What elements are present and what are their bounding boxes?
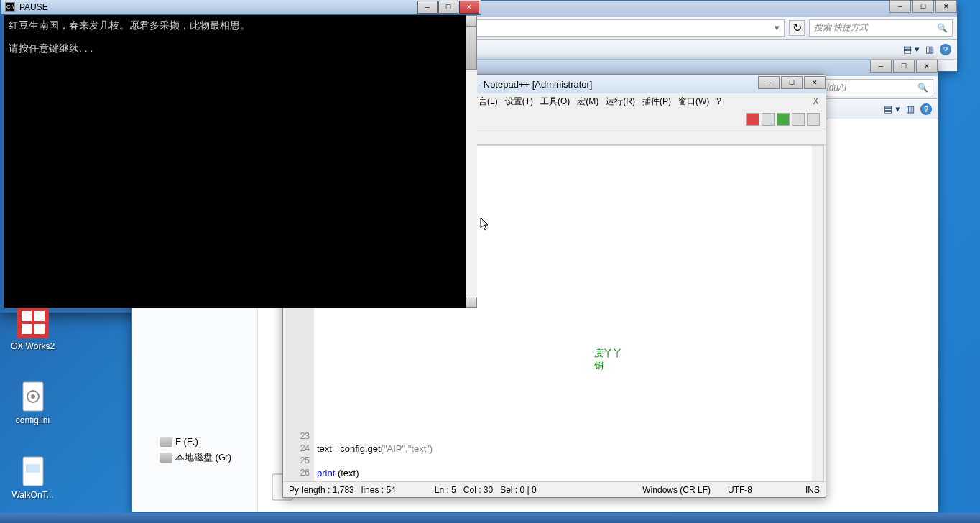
console-window: C:\ PAUSE ─ ☐ ✕ 红豆生南国，春来发几枝。愿君多采撷，此物最相思。… (0, 0, 481, 313)
menu-macro[interactable]: 宏(M) (574, 94, 601, 109)
desktop-icon-walkon[interactable]: WalkOnT... (6, 454, 60, 500)
desktop-icon-gxworks[interactable]: GX Works2 (6, 305, 60, 351)
editor-scrollbar[interactable] (812, 146, 823, 481)
maximize-button[interactable]: ☐ (438, 1, 458, 14)
console-titlebar[interactable]: C:\ PAUSE ─ ☐ ✕ (0, 0, 481, 15)
stop-macro-icon[interactable] (762, 113, 775, 126)
search-placeholder: iduAI (827, 83, 846, 93)
record-macro-icon[interactable] (746, 113, 759, 126)
close-doc-button[interactable]: X (810, 95, 821, 108)
preview-pane-button[interactable]: ▥ (925, 44, 934, 55)
gxworks-icon (16, 305, 50, 340)
view-menu[interactable]: ▤ ▾ (884, 103, 900, 114)
search-input[interactable]: 搜索 快捷方式 🔍 (809, 19, 953, 37)
minimize-button[interactable]: ─ (870, 60, 892, 73)
taskbar[interactable] (0, 513, 980, 523)
cmd-icon: C:\ (5, 2, 15, 12)
status-lines: lines : 54 (361, 485, 396, 495)
search-icon: 🔍 (917, 83, 928, 93)
status-lang: Py (289, 485, 299, 495)
menu-tools[interactable]: 工具(O) (537, 94, 573, 109)
minimize-button[interactable]: ─ (417, 1, 438, 14)
menu-settings[interactable]: 设置(T) (502, 94, 536, 109)
scroll-thumb[interactable] (466, 27, 477, 70)
refresh-button[interactable]: ↻ (789, 20, 805, 36)
svg-rect-12 (34, 311, 45, 321)
svg-rect-11 (22, 311, 32, 321)
minimize-button[interactable]: ─ (889, 0, 911, 13)
toolbar-icon[interactable] (792, 113, 805, 126)
minimize-button[interactable]: ─ (758, 76, 780, 89)
close-button[interactable]: ✕ (935, 0, 957, 13)
status-length: length : 1,783 (302, 485, 354, 495)
py-file-icon (16, 454, 50, 489)
scroll-down-button[interactable] (466, 297, 477, 308)
status-sel: Sel : 0 | 0 (500, 485, 536, 495)
maximize-button[interactable]: ☐ (781, 76, 803, 89)
sidebar-item-drive-g[interactable]: 本地磁盘 (G:) (147, 449, 257, 466)
status-ins: INS (805, 485, 820, 495)
console-line: 请按任意键继续. . . (9, 41, 473, 55)
svg-rect-13 (22, 324, 32, 334)
ini-icon (16, 379, 50, 414)
help-icon[interactable]: ? (920, 103, 932, 115)
maximize-button[interactable]: ☐ (912, 0, 934, 13)
status-eol: Windows (CR LF) (642, 485, 711, 495)
search-input[interactable]: iduAI 🔍 (822, 79, 933, 96)
menu-run[interactable]: 运行(R) (603, 94, 638, 109)
status-encoding: UTF-8 (728, 485, 752, 495)
icon-label: GX Works2 (6, 341, 60, 351)
drive-icon (160, 437, 172, 447)
console-body[interactable]: 红豆生南国，春来发几枝。愿君多采撷，此物最相思。 请按任意键继续. . . (4, 15, 477, 308)
chevron-down-icon[interactable]: ▾ (775, 22, 780, 33)
status-ln: Ln : 5 (435, 485, 456, 495)
icon-label: config.ini (6, 415, 60, 425)
maximize-button[interactable]: ☐ (893, 60, 915, 73)
sidebar-item-drive-f[interactable]: F (F:) (147, 434, 257, 449)
view-menu[interactable]: ▤ ▾ (903, 44, 920, 55)
svg-point-17 (31, 394, 35, 399)
toolbar-icon[interactable] (807, 113, 820, 126)
icon-label: WalkOnT... (6, 490, 60, 500)
console-title: PAUSE (19, 2, 48, 12)
menu-help[interactable]: ? (713, 95, 724, 108)
status-col: Col : 30 (463, 485, 493, 495)
console-scrollbar[interactable] (466, 15, 477, 308)
svg-rect-19 (26, 464, 40, 473)
close-button[interactable]: ✕ (916, 60, 938, 73)
play-macro-icon[interactable] (777, 113, 790, 126)
drive-icon (160, 453, 172, 463)
console-line: 红豆生南国，春来发几枝。愿君多采撷，此物最相思。 (9, 18, 473, 32)
svg-rect-14 (34, 324, 45, 334)
scroll-up-button[interactable] (466, 15, 477, 27)
menu-plugins[interactable]: 插件(P) (639, 94, 674, 109)
search-placeholder: 搜索 快捷方式 (814, 22, 868, 34)
desktop-icon-config[interactable]: config.ini (6, 379, 60, 425)
close-button[interactable]: ✕ (459, 1, 479, 14)
help-icon[interactable]: ? (940, 44, 951, 55)
statusbar: Py length : 1,783 lines : 54 Ln : 5 Col … (283, 481, 826, 497)
preview-pane-button[interactable]: ▥ (906, 103, 915, 114)
search-icon: 🔍 (937, 23, 948, 33)
close-button[interactable]: ✕ (804, 76, 826, 89)
menu-window[interactable]: 窗口(W) (675, 94, 712, 109)
